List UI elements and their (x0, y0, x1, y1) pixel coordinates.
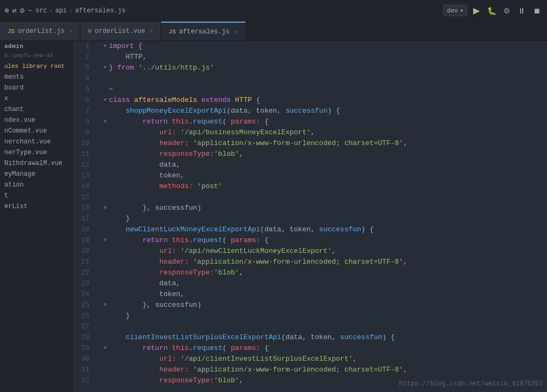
tab-close-aftersales-js[interactable]: ✕ (234, 28, 238, 35)
toolbar-icon-split[interactable]: ⇄ (12, 6, 16, 15)
token-fn: request (193, 118, 223, 126)
tab-close-orderlist-js[interactable]: ✕ (69, 27, 73, 35)
code-tokens-12: data, (109, 160, 181, 170)
token-param (189, 366, 193, 374)
line-number-23: 23 (73, 278, 93, 289)
token-punc: { (134, 42, 143, 50)
token-cls: HTTP (235, 96, 252, 104)
line-number-27: 27 (73, 321, 93, 332)
toolbar-icon-minimize[interactable]: − (27, 6, 32, 15)
token-param (109, 128, 160, 136)
code-content[interactable]: ▼import { HTTP,▼} from '../utils/http.js… (97, 41, 547, 392)
pause-button[interactable]: ⏸ (516, 5, 528, 17)
code-line-4 (97, 73, 547, 84)
stop-button[interactable]: ⏹ (531, 5, 543, 17)
line-number-10: 10 (73, 138, 93, 149)
fold-btn-29[interactable]: ▼ (101, 343, 109, 354)
token-punc: ) { (328, 107, 340, 115)
token-str: 'post' (197, 182, 223, 190)
token-punc: ( (223, 118, 231, 126)
line-number-19: 19 (73, 235, 93, 246)
line-number-8: 8 (73, 116, 93, 127)
settings-button[interactable]: ⚙ (501, 5, 513, 17)
code-tokens-11: responseType:'blob', (109, 149, 244, 160)
line-number-29: 29 (73, 343, 93, 354)
code-tokens-21: header: 'application/x-www-form-urlencod… (109, 257, 407, 267)
code-line-20: url: '/api/newClientLuckMoneyExcelExport… (97, 246, 547, 257)
token-str: '/api/newClientLuckMoneyExcelExport' (181, 247, 332, 255)
sidebar-item-6[interactable]: nerchant.vue (0, 136, 72, 147)
line-number-7: 7 (73, 106, 93, 116)
sidebar-item-10[interactable]: ation (0, 180, 72, 190)
code-tokens-25: }, successfun) (109, 300, 202, 311)
tab-aftersales-js[interactable]: JS aftersales.js ✕ (161, 22, 245, 40)
debug-button[interactable]: 🐛 (486, 5, 497, 17)
sidebar-item-8[interactable]: NithdrawalM.vue (0, 158, 72, 169)
sidebar-item-11[interactable]: t (0, 190, 72, 201)
toolbar-icon-settings[interactable]: ⚙ (20, 6, 24, 15)
code-tokens-5: ~ (109, 84, 113, 95)
token-punc: , (239, 150, 244, 158)
code-line-16: ▼ }, successfun) (97, 203, 547, 214)
sidebar-item-2[interactable]: x (0, 93, 72, 104)
token-fn: clientInvestListSurplusExcelExportApi (126, 333, 281, 341)
token-punc: , (353, 355, 357, 363)
token-param: data, token, (265, 225, 319, 233)
code-line-11: responseType:'blob', (97, 149, 547, 160)
tab-orderlist-vue[interactable]: V orderList.vue ✕ (80, 22, 161, 40)
run-button[interactable]: ▶ (470, 5, 482, 17)
code-line-29: ▼ return this.request( params: { (97, 343, 547, 354)
run-controls: dev ▾ ▶ 🐛 ⚙ ⏸ ⏹ (444, 5, 543, 17)
toolbar-icon-refresh[interactable]: ⊕ (4, 6, 9, 15)
sidebar-item-0[interactable]: ments (0, 72, 72, 82)
code-tokens-30: url: '/api/clientInvestListSurplusExcelE… (109, 354, 357, 365)
token-param (109, 344, 142, 352)
fold-btn-3[interactable]: ▼ (101, 63, 109, 73)
sidebar-item-7[interactable]: nerType.vue (0, 147, 72, 158)
code-tokens-22: responseType:'blob', (109, 267, 244, 278)
token-prop: methods: (160, 182, 193, 190)
fold-btn-6[interactable]: ▼ (101, 95, 109, 106)
code-line-24: token, (97, 289, 547, 300)
fold-btn-25[interactable]: ▼ (101, 300, 109, 311)
tab-label-orderlist-js: orderList.js (18, 27, 64, 35)
token-kw: return (142, 236, 168, 244)
token-param: successfun) (151, 204, 202, 212)
gear-icon: ⚙ (503, 6, 510, 15)
token-punc: . (189, 344, 193, 352)
code-tokens-24: token, (109, 289, 184, 300)
line-number-12: 12 (73, 160, 93, 170)
fold-btn-8[interactable]: ▼ (101, 116, 109, 127)
sidebar-item-9[interactable]: eyManage (0, 169, 72, 180)
line-number-4: 4 (73, 73, 93, 84)
code-editor[interactable]: 1234567891011121314151617181920212223242… (73, 41, 547, 392)
token-param (130, 96, 134, 104)
code-tokens-16: }, successfun) (109, 203, 202, 214)
sidebar-item-3[interactable]: chant (0, 104, 72, 115)
token-kw: extends (202, 96, 231, 104)
sidebar-item-4[interactable]: ndex.vue (0, 115, 72, 126)
token-punc: { (260, 344, 269, 352)
token-param: }, (109, 204, 151, 212)
code-tokens-29: return this.request( params: { (109, 343, 269, 354)
token-kw: import (109, 42, 134, 50)
token-param (168, 344, 172, 352)
token-param: data, (109, 161, 181, 169)
token-param: HTTP, (109, 53, 147, 61)
token-punc: ( (260, 225, 265, 233)
fold-btn-19[interactable]: ▼ (101, 235, 109, 246)
sidebar-path: D:\paofu-new-ad (0, 52, 72, 61)
token-punc: ) { (382, 333, 394, 341)
fold-btn-1[interactable]: ▼ (101, 41, 109, 52)
sidebar-item-12[interactable]: erList (0, 201, 72, 212)
tab-close-orderlist-vue[interactable]: ✕ (149, 27, 153, 35)
sidebar-item-5[interactable]: nCommet.vue (0, 126, 72, 136)
token-punc: , (403, 258, 407, 266)
line-number-5: 5 (73, 84, 93, 95)
breadcrumb: src › api › aftersales.js (36, 7, 126, 15)
fold-btn-16[interactable]: ▼ (101, 203, 109, 214)
tab-orderlist-js[interactable]: JS orderList.js ✕ (0, 22, 80, 40)
dev-dropdown[interactable]: dev ▾ (444, 5, 467, 16)
sidebar-item-1[interactable]: board (0, 82, 72, 93)
code-tokens-13: token, (109, 170, 184, 181)
